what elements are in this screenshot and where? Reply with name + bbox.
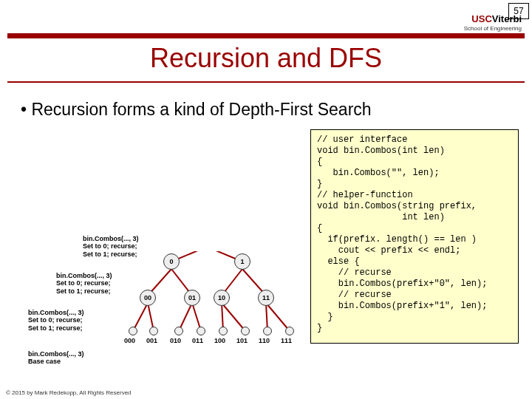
copyright: © 2015 by Mark Redekopp, All Rights Rese… bbox=[6, 389, 132, 396]
tree-annotation-level3: bin.Combos(..., 3) Base case bbox=[28, 350, 84, 366]
divider-thick bbox=[7, 33, 525, 38]
leaf-label-000: 000 bbox=[124, 337, 135, 344]
tree-leaf-000 bbox=[129, 327, 137, 335]
tree-leaf-110 bbox=[263, 327, 272, 335]
leaf-label-111: 111 bbox=[281, 337, 292, 344]
logo-subtitle: School of Engineering bbox=[464, 25, 522, 32]
tree-leaf-100 bbox=[219, 327, 228, 335]
tree-node-0: 0 bbox=[163, 253, 180, 270]
slide: 57 USCViterbi School of Engineering Recu… bbox=[0, 0, 532, 399]
tree-annotation-level1: bin.Combos(..., 3) Set to 0; recurse; Se… bbox=[56, 272, 112, 295]
binary-tree: 0 1 00 01 10 11 000 001 010 011 100 101 … bbox=[118, 251, 325, 362]
logo-usc: USC bbox=[471, 13, 491, 24]
tree-edges bbox=[118, 251, 325, 362]
tree-annotation-level2: bin.Combos(..., 3) Set to 0; recurse; Se… bbox=[28, 309, 84, 332]
tree-leaf-011 bbox=[197, 327, 205, 335]
tree-leaf-101 bbox=[241, 327, 250, 335]
tree-node-00: 00 bbox=[140, 290, 156, 306]
leaf-label-100: 100 bbox=[214, 337, 225, 344]
logo-main: USCViterbi bbox=[464, 13, 522, 24]
logo: USCViterbi School of Engineering bbox=[464, 13, 522, 32]
leaf-label-110: 110 bbox=[259, 337, 270, 344]
tree-node-01: 01 bbox=[184, 290, 200, 306]
code-block: // user interface void bin.Combos(int le… bbox=[310, 129, 519, 344]
slide-title: Recursion and DFS bbox=[0, 43, 532, 74]
tree-node-11: 11 bbox=[258, 290, 274, 306]
bullet-text: • Recursion forms a kind of Depth-First … bbox=[21, 100, 372, 120]
tree-leaf-010 bbox=[174, 327, 183, 335]
tree-node-1: 1 bbox=[234, 253, 250, 270]
logo-viterbi: Viterbi bbox=[492, 13, 522, 24]
tree-node-10: 10 bbox=[214, 290, 230, 306]
divider-thin bbox=[7, 81, 525, 83]
leaf-label-001: 001 bbox=[146, 337, 157, 344]
tree-leaf-001 bbox=[149, 327, 158, 335]
leaf-label-010: 010 bbox=[170, 337, 181, 344]
leaf-label-101: 101 bbox=[236, 337, 248, 344]
tree-leaf-111 bbox=[285, 327, 294, 335]
leaf-label-011: 011 bbox=[192, 337, 203, 344]
